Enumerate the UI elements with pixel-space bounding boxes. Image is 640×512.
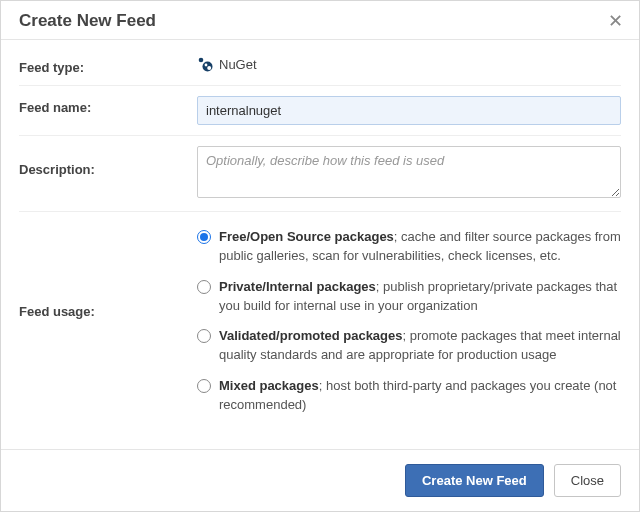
- feed-usage-label: Feed usage:: [19, 222, 197, 319]
- usage-option-title: Mixed packages: [219, 378, 319, 393]
- radio-icon: [197, 379, 211, 393]
- nuget-icon: [197, 56, 213, 72]
- svg-point-3: [207, 66, 211, 70]
- radio-icon: [197, 329, 211, 343]
- close-button[interactable]: Close: [554, 464, 621, 497]
- usage-option-validated[interactable]: Validated/promoted packages; promote pac…: [197, 321, 621, 371]
- usage-option-title: Private/Internal packages: [219, 279, 376, 294]
- modal-header: Create New Feed ✕: [1, 1, 639, 40]
- feed-type-label: Feed type:: [19, 56, 197, 75]
- usage-option-text: Mixed packages; host both third-party an…: [219, 377, 621, 415]
- row-description: Description:: [19, 136, 621, 212]
- radio-icon: [197, 280, 211, 294]
- usage-option-free[interactable]: Free/Open Source packages; cache and fil…: [197, 222, 621, 272]
- usage-option-text: Validated/promoted packages; promote pac…: [219, 327, 621, 365]
- svg-point-0: [199, 58, 204, 63]
- feed-type-text: NuGet: [219, 57, 257, 72]
- radio-icon: [197, 230, 211, 244]
- row-feed-type: Feed type: NuGet: [19, 46, 621, 86]
- row-feed-name: Feed name:: [19, 86, 621, 136]
- description-label: Description:: [19, 146, 197, 177]
- svg-point-2: [205, 64, 208, 67]
- feed-name-label: Feed name:: [19, 96, 197, 115]
- usage-option-mixed[interactable]: Mixed packages; host both third-party an…: [197, 371, 621, 421]
- feed-type-value: NuGet: [197, 56, 621, 72]
- modal-body: Feed type: NuGet Feed name: D: [1, 40, 639, 449]
- usage-option-private[interactable]: Private/Internal packages; publish propr…: [197, 272, 621, 322]
- description-textarea[interactable]: [197, 146, 621, 198]
- usage-option-text: Private/Internal packages; publish propr…: [219, 278, 621, 316]
- row-feed-usage: Feed usage: Free/Open Source packages; c…: [19, 212, 621, 431]
- usage-option-text: Free/Open Source packages; cache and fil…: [219, 228, 621, 266]
- modal-footer: Create New Feed Close: [1, 449, 639, 511]
- create-feed-modal: Create New Feed ✕ Feed type: NuGet Feed …: [0, 0, 640, 512]
- close-icon[interactable]: ✕: [608, 12, 623, 30]
- usage-option-title: Validated/promoted packages: [219, 328, 403, 343]
- feed-name-input[interactable]: [197, 96, 621, 125]
- usage-option-title: Free/Open Source packages: [219, 229, 394, 244]
- modal-title: Create New Feed: [19, 11, 156, 31]
- svg-rect-1: [203, 62, 213, 72]
- feed-usage-options: Free/Open Source packages; cache and fil…: [197, 222, 621, 421]
- create-feed-button[interactable]: Create New Feed: [405, 464, 544, 497]
